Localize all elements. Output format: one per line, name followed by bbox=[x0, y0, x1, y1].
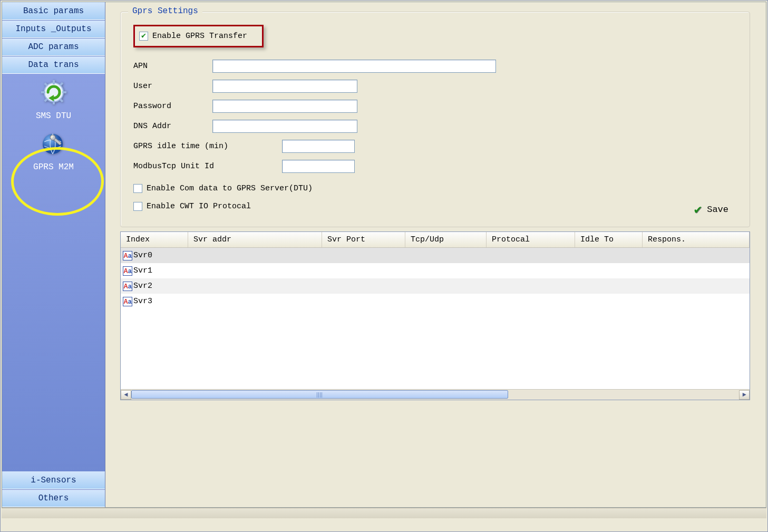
th-index[interactable]: Index bbox=[121, 232, 188, 247]
dns-input[interactable] bbox=[212, 120, 357, 133]
main-panel: Gprs Settings Enable GPRS Transfer APN U… bbox=[105, 2, 766, 507]
enable-gprs-label: Enable GPRS Transfer bbox=[152, 32, 247, 41]
gear-refresh-icon bbox=[40, 79, 67, 108]
cell-index: Svr3 bbox=[133, 297, 152, 306]
table-row[interactable]: AaSvr1 bbox=[121, 263, 750, 278]
svg-rect-4 bbox=[62, 91, 66, 93]
nav-sms-dtu[interactable]: SMS DTU bbox=[36, 79, 71, 121]
sidebar-bottom: i-Sensors Others bbox=[2, 471, 105, 507]
enable-dtu-checkbox[interactable] bbox=[133, 184, 142, 193]
dns-label: DNS Addr bbox=[133, 122, 212, 131]
sidebar-middle: SMS DTU GPRS M2M bbox=[2, 74, 105, 471]
table-header-row: Index Svr addr Svr Port Tcp/Udp Protocal… bbox=[121, 232, 750, 248]
save-button[interactable]: ✔ Save bbox=[694, 202, 728, 217]
th-tcp-udp[interactable]: Tcp/Udp bbox=[405, 232, 487, 247]
enable-cwt-checkbox[interactable] bbox=[133, 202, 142, 211]
enable-dtu-label: Enable Com data to GPRS Server(DTU) bbox=[147, 184, 313, 193]
idle-time-label: GPRS idle time (min) bbox=[133, 142, 282, 151]
aa-icon: Aa bbox=[123, 282, 132, 291]
table-body[interactable]: AaSvr0 AaSvr1 AaSvr2 AaSvr3 bbox=[121, 248, 750, 389]
apn-input[interactable] bbox=[212, 60, 496, 73]
gprs-settings-group: Gprs Settings Enable GPRS Transfer APN U… bbox=[120, 12, 750, 227]
apn-label: APN bbox=[133, 62, 212, 71]
table-row[interactable]: AaSvr3 bbox=[121, 294, 750, 309]
status-bar bbox=[2, 508, 766, 518]
nav-gprs-m2m-label: GPRS M2M bbox=[33, 162, 74, 172]
aa-icon: Aa bbox=[123, 297, 132, 306]
globe-wrench-icon bbox=[40, 130, 67, 159]
th-idle-to[interactable]: Idle To bbox=[575, 232, 643, 247]
cell-index: Svr1 bbox=[133, 266, 152, 275]
svg-rect-3 bbox=[41, 91, 45, 93]
cell-index: Svr2 bbox=[133, 282, 152, 291]
aa-icon: Aa bbox=[123, 266, 132, 276]
nav-inputs-outputs[interactable]: Inputs _Outputs bbox=[2, 20, 105, 38]
user-label: User bbox=[133, 82, 212, 91]
horizontal-scrollbar[interactable]: ◄ ► bbox=[121, 389, 750, 400]
app-frame: Basic params Inputs _Outputs ADC params … bbox=[2, 2, 766, 508]
save-button-label: Save bbox=[707, 205, 728, 215]
password-input[interactable] bbox=[212, 100, 357, 113]
aa-icon: Aa bbox=[123, 251, 132, 260]
enable-gprs-checkbox[interactable] bbox=[139, 32, 148, 41]
th-protocal[interactable]: Protocal bbox=[487, 232, 575, 247]
cell-index: Svr0 bbox=[133, 251, 152, 260]
modbus-id-label: ModbusTcp Unit Id bbox=[133, 162, 282, 171]
nav-data-trans[interactable]: Data trans bbox=[2, 56, 105, 74]
server-table: Index Svr addr Svr Port Tcp/Udp Protocal… bbox=[120, 231, 750, 400]
group-title: Gprs Settings bbox=[128, 6, 202, 16]
nav-gprs-m2m[interactable]: GPRS M2M bbox=[33, 130, 74, 172]
scroll-track[interactable] bbox=[131, 390, 739, 400]
checkmark-icon: ✔ bbox=[694, 202, 702, 217]
table-row[interactable]: AaSvr0 bbox=[121, 248, 750, 263]
sidebar: Basic params Inputs _Outputs ADC params … bbox=[2, 2, 105, 507]
nav-adc-params[interactable]: ADC params bbox=[2, 38, 105, 56]
sidebar-top: Basic params Inputs _Outputs ADC params … bbox=[2, 2, 105, 74]
scroll-right-arrow-icon[interactable]: ► bbox=[739, 390, 750, 400]
idle-time-input[interactable] bbox=[282, 140, 355, 153]
modbus-id-input[interactable] bbox=[282, 160, 355, 173]
emphasis-annotation-box: Enable GPRS Transfer bbox=[133, 25, 264, 47]
scroll-left-arrow-icon[interactable]: ◄ bbox=[121, 390, 131, 400]
table-row[interactable]: AaSvr2 bbox=[121, 278, 750, 294]
nav-basic-params[interactable]: Basic params bbox=[2, 2, 105, 20]
th-svr-addr[interactable]: Svr addr bbox=[188, 232, 322, 247]
scroll-thumb[interactable] bbox=[131, 390, 508, 399]
user-input[interactable] bbox=[212, 80, 357, 93]
nav-i-sensors[interactable]: i-Sensors bbox=[2, 471, 105, 489]
nav-others[interactable]: Others bbox=[2, 489, 105, 507]
nav-sms-dtu-label: SMS DTU bbox=[36, 111, 71, 121]
th-respons[interactable]: Respons. bbox=[643, 232, 750, 247]
th-svr-port[interactable]: Svr Port bbox=[322, 232, 405, 247]
svg-rect-1 bbox=[53, 80, 55, 84]
enable-cwt-label: Enable CWT IO Protocal bbox=[147, 202, 251, 211]
password-label: Password bbox=[133, 102, 212, 111]
